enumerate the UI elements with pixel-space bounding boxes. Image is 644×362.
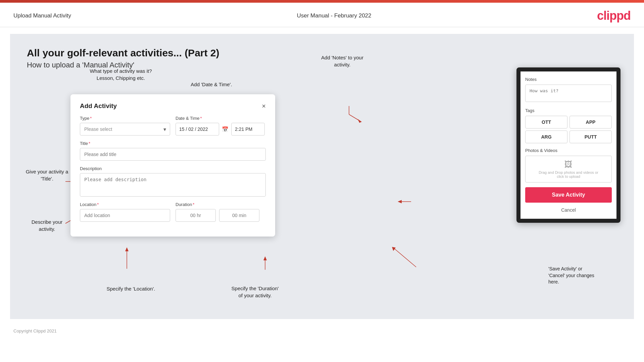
duration-hr-input[interactable] — [176, 209, 216, 222]
logo: clippd — [597, 9, 631, 23]
svg-marker-14 — [263, 256, 267, 260]
form-group-description: Description — [80, 166, 266, 197]
photos-upload-area[interactable]: 🖼 Drag and Drop photos and videos or cli… — [525, 156, 612, 183]
header-center: User Manual - February 2022 — [297, 12, 371, 19]
tag-btn-ott[interactable]: OTT — [525, 116, 567, 128]
form-group-title: Title* — [80, 141, 266, 161]
date-input[interactable] — [176, 123, 219, 136]
tag-btn-arg[interactable]: ARG — [525, 131, 567, 143]
annotation-activity-type: What type of activity was it? Lesson, Ch… — [74, 67, 168, 82]
location-input[interactable] — [80, 209, 170, 222]
notes-label: Notes — [525, 77, 612, 82]
duration-label: Duration* — [176, 202, 266, 207]
close-button[interactable]: × — [262, 103, 266, 109]
annotation-give-title: Give your activity a 'Title'. — [20, 168, 74, 182]
svg-marker-17 — [358, 119, 362, 123]
time-input[interactable] — [231, 123, 265, 136]
add-activity-dialog: Add Activity × Type* Please select Date … — [70, 94, 275, 237]
title-input[interactable] — [80, 148, 266, 161]
top-bar — [0, 0, 644, 3]
dialog-title: Add Activity — [80, 102, 117, 110]
type-select[interactable]: Please select — [80, 123, 170, 136]
type-select-wrapper: Please select — [80, 123, 170, 136]
duration-inputs — [176, 209, 266, 222]
notes-textarea[interactable] — [525, 85, 612, 102]
annotation-duration: Specify the 'Duration' of your activity. — [208, 285, 302, 299]
upload-text: Drag and Drop photos and videos or click… — [539, 170, 598, 178]
form-group-location: Location* — [80, 202, 170, 222]
svg-marker-21 — [392, 247, 396, 251]
svg-line-20 — [394, 249, 416, 267]
phone-panel: Notes Tags OTT APP ARG PUTT Photos & Vid… — [516, 67, 621, 223]
footer: Copyright Clippd 2021 — [0, 326, 644, 336]
svg-marker-12 — [125, 247, 129, 251]
header-left: Upload Manual Activity — [13, 12, 71, 19]
annotation-notes: Add 'Notes' to your activity. — [305, 54, 379, 68]
description-label: Description — [80, 166, 266, 171]
location-label: Location* — [80, 202, 170, 207]
form-row-type-datetime: Type* Please select Date & Time* 📅 — [80, 116, 266, 136]
form-group-duration: Duration* — [176, 202, 266, 222]
tag-btn-putt[interactable]: PUTT — [569, 131, 612, 143]
description-textarea[interactable] — [80, 173, 266, 197]
phone-inner: Notes Tags OTT APP ARG PUTT Photos & Vid… — [521, 71, 616, 219]
tags-grid: OTT APP ARG PUTT — [525, 116, 612, 143]
cancel-button[interactable]: Cancel — [525, 206, 612, 214]
tag-btn-app[interactable]: APP — [569, 116, 612, 128]
dialog-header: Add Activity × — [80, 102, 266, 110]
annotation-location: Specify the 'Location'. — [91, 285, 171, 292]
save-activity-button[interactable]: Save Activity — [525, 187, 612, 203]
copyright: Copyright Clippd 2021 — [13, 328, 57, 333]
form-group-datetime: Date & Time* 📅 — [176, 116, 266, 136]
svg-marker-19 — [398, 200, 402, 203]
type-label: Type* — [80, 116, 170, 121]
annotation-describe: Describe your activity. — [20, 218, 74, 232]
main-content: All your golf-relevant activities... (Pa… — [10, 34, 634, 319]
calendar-icon[interactable]: 📅 — [222, 126, 229, 133]
form-group-type: Type* Please select — [80, 116, 170, 136]
datetime-label: Date & Time* — [176, 116, 266, 121]
form-row-location-duration: Location* Duration* — [80, 202, 266, 222]
annotation-save-cancel: 'Save Activity' or 'Cancel' your changes… — [548, 266, 629, 286]
header: Upload Manual Activity User Manual - Feb… — [0, 3, 644, 27]
photos-label: Photos & Videos — [525, 148, 612, 153]
date-time-inputs: 📅 — [176, 123, 266, 136]
svg-line-16 — [349, 114, 359, 120]
title-label: Title* — [80, 141, 266, 146]
upload-icon: 🖼 — [564, 160, 573, 169]
tags-label: Tags — [525, 108, 612, 113]
annotation-date-time: Add 'Date & Time'. — [175, 81, 248, 88]
duration-min-input[interactable] — [219, 209, 259, 222]
